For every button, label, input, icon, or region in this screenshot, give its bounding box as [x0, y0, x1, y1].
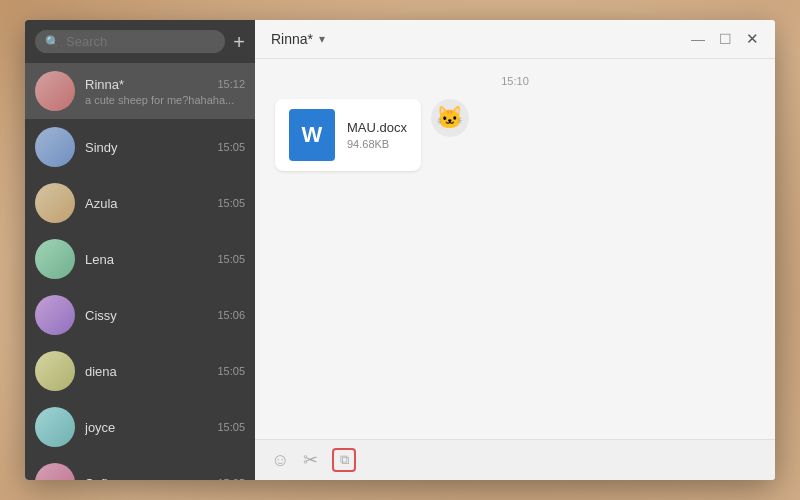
contact-time: 15:05	[217, 365, 245, 377]
contact-name-row: Lena 15:05	[85, 252, 245, 267]
contact-name: joyce	[85, 420, 115, 435]
search-input[interactable]	[66, 34, 215, 49]
contact-name: Azula	[85, 196, 118, 211]
contact-name-row: diena 15:05	[85, 364, 245, 379]
contact-time: 15:05	[217, 197, 245, 209]
contact-time: 15:05	[217, 253, 245, 265]
contact-item-sofia[interactable]: Sofia 15:05	[25, 455, 255, 480]
avatar: 🐱	[431, 99, 469, 137]
contact-info: Sofia 15:05	[85, 476, 245, 481]
chat-input-bar: ☺ ✂ ⧉	[255, 439, 775, 480]
contact-item-joyce[interactable]: joyce 15:05	[25, 399, 255, 455]
contact-name: Cissy	[85, 308, 117, 323]
maximize-button[interactable]: ☐	[719, 31, 732, 47]
avatar	[35, 239, 75, 279]
contact-name: Sofia	[85, 476, 115, 481]
message-row: W MAU.docx 94.68KB 🐱	[275, 99, 755, 171]
contact-item-cissy[interactable]: Cissy 15:06	[25, 287, 255, 343]
contact-name: diena	[85, 364, 117, 379]
message-time-label: 15:10	[275, 75, 755, 87]
contact-name-row: Cissy 15:06	[85, 308, 245, 323]
contact-item-sindy[interactable]: Sindy 15:05	[25, 119, 255, 175]
contact-item-azula[interactable]: Azula 15:05	[25, 175, 255, 231]
sidebar: 🔍 + Rinna* 15:12 a cute sheep for me?hah…	[25, 20, 255, 480]
contact-name-row: Sofia 15:05	[85, 476, 245, 481]
avatar	[35, 407, 75, 447]
contact-item-lena[interactable]: Lena 15:05	[25, 231, 255, 287]
avatar	[35, 183, 75, 223]
contact-info: joyce 15:05	[85, 420, 245, 435]
chat-header: Rinna* ▾ — ☐ ✕	[255, 20, 775, 59]
search-box[interactable]: 🔍	[35, 30, 225, 53]
emoji-icon[interactable]: ☺	[271, 450, 289, 471]
contact-name-row: Rinna* 15:12	[85, 77, 245, 92]
clipboard-icon[interactable]: ⧉	[332, 448, 356, 472]
contact-preview: a cute sheep for me?hahaha...	[85, 94, 245, 106]
contact-time: 15:05	[217, 477, 245, 480]
close-button[interactable]: ✕	[746, 30, 759, 48]
contact-name-row: Azula 15:05	[85, 196, 245, 211]
contact-info: diena 15:05	[85, 364, 245, 379]
chat-title-area: Rinna* ▾	[271, 31, 325, 47]
avatar	[35, 127, 75, 167]
contact-info: Rinna* 15:12 a cute sheep for me?hahaha.…	[85, 77, 245, 106]
contact-info: Sindy 15:05	[85, 140, 245, 155]
chat-messages: 15:10 W MAU.docx 94.68KB 🐱	[255, 59, 775, 439]
contact-info: Azula 15:05	[85, 196, 245, 211]
contact-info: Lena 15:05	[85, 252, 245, 267]
contact-time: 15:05	[217, 421, 245, 433]
file-attachment-bubble[interactable]: W MAU.docx 94.68KB	[275, 99, 421, 171]
window-controls: — ☐ ✕	[691, 30, 759, 48]
chat-title: Rinna*	[271, 31, 313, 47]
avatar	[35, 71, 75, 111]
avatar	[35, 351, 75, 391]
word-icon: W	[289, 109, 335, 161]
contact-item-diena[interactable]: diena 15:05	[25, 343, 255, 399]
contact-time: 15:06	[217, 309, 245, 321]
minimize-button[interactable]: —	[691, 31, 705, 47]
contact-info: Cissy 15:06	[85, 308, 245, 323]
contact-time: 15:05	[217, 141, 245, 153]
chevron-down-icon[interactable]: ▾	[319, 32, 325, 46]
contact-name: Lena	[85, 252, 114, 267]
file-size: 94.68KB	[347, 138, 407, 150]
chat-area: Rinna* ▾ — ☐ ✕ 15:10 W MAU.docx 94.68KB …	[255, 20, 775, 480]
avatar	[35, 295, 75, 335]
contact-list: Rinna* 15:12 a cute sheep for me?hahaha.…	[25, 63, 255, 480]
contact-item-rinna[interactable]: Rinna* 15:12 a cute sheep for me?hahaha.…	[25, 63, 255, 119]
contact-time: 15:12	[217, 78, 245, 90]
contact-name: Sindy	[85, 140, 118, 155]
file-name: MAU.docx	[347, 120, 407, 135]
file-info: MAU.docx 94.68KB	[347, 120, 407, 150]
add-contact-button[interactable]: +	[233, 32, 245, 52]
scissors-icon[interactable]: ✂	[303, 449, 318, 471]
contact-name: Rinna*	[85, 77, 124, 92]
avatar	[35, 463, 75, 480]
sidebar-header: 🔍 +	[25, 20, 255, 63]
contact-name-row: Sindy 15:05	[85, 140, 245, 155]
contact-name-row: joyce 15:05	[85, 420, 245, 435]
app-window: 🔍 + Rinna* 15:12 a cute sheep for me?hah…	[25, 20, 775, 480]
search-icon: 🔍	[45, 35, 60, 49]
